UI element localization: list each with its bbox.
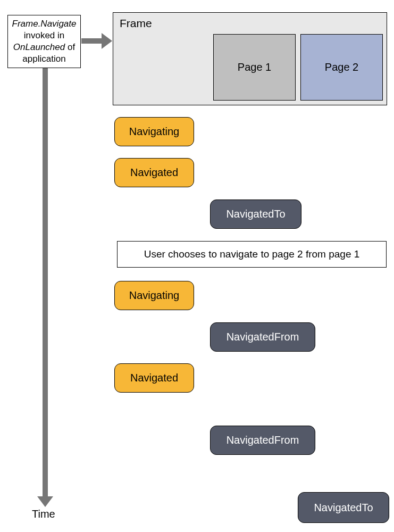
time-label: Time xyxy=(32,508,55,520)
event-navigatedfrom-2: NavigatedFrom xyxy=(210,426,315,455)
frame-container: Frame Page 1 Page 2 xyxy=(113,12,387,105)
invoke-mid: invoked in xyxy=(24,30,65,40)
page-1-box: Page 1 xyxy=(213,34,296,101)
invoke-method: OnLaunched xyxy=(13,42,65,52)
event-navigating-1: Navigating xyxy=(114,117,194,146)
time-arrow-head-icon xyxy=(37,496,53,507)
event-navigated-2: Navigated xyxy=(114,363,194,393)
event-navigated-1: Navigated xyxy=(114,158,194,187)
event-navigatedto-2: NavigatedTo xyxy=(298,492,389,523)
user-action-box: User chooses to navigate to page 2 from … xyxy=(117,241,387,268)
event-navigating-2: Navigating xyxy=(114,281,194,310)
arrow-right-line xyxy=(81,38,103,44)
arrow-right xyxy=(81,33,112,49)
frame-label: Frame xyxy=(120,17,152,30)
invoke-prefix: Frame.Navigate xyxy=(12,19,77,29)
time-arrow-line xyxy=(43,68,48,499)
event-navigatedfrom-1: NavigatedFrom xyxy=(210,322,315,352)
event-navigatedto-1: NavigatedTo xyxy=(210,200,301,229)
invoke-box: Frame.Navigate invoked in OnLaunched of … xyxy=(7,15,81,68)
page-2-box: Page 2 xyxy=(300,34,383,101)
arrow-right-head-icon xyxy=(102,33,112,49)
invoke-text: Frame.Navigate invoked in OnLaunched of … xyxy=(11,18,77,65)
